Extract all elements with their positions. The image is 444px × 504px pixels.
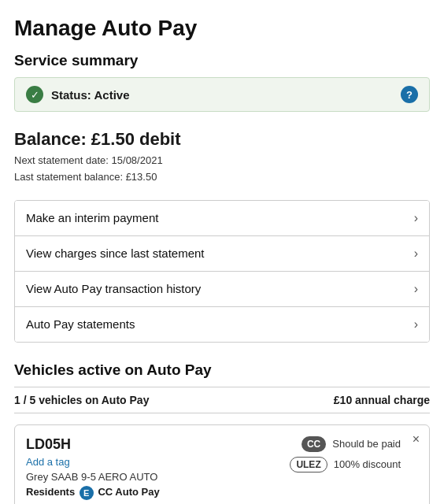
menu-item-view-charges[interactable]: View charges since last statement › xyxy=(15,236,429,272)
menu-item-statements[interactable]: Auto Pay statements › xyxy=(15,307,429,342)
last-statement-balance: Last statement balance: £13.50 xyxy=(14,169,430,186)
menu-list: Make an interim payment › View charges s… xyxy=(14,200,430,343)
menu-item-label: Make an interim payment xyxy=(26,211,158,224)
help-icon[interactable]: ? xyxy=(401,86,418,103)
menu-item-label: Auto Pay statements xyxy=(26,317,135,331)
chevron-right-icon: › xyxy=(414,317,418,332)
status-bar: ✓ Status: Active ? xyxy=(14,77,430,112)
menu-item-transaction-history[interactable]: View Auto Pay transaction history › xyxy=(15,272,429,307)
vehicles-annual-charge: £10 annual charge xyxy=(334,394,430,406)
check-icon: ✓ xyxy=(26,86,43,103)
cc-status: Should be paid xyxy=(332,438,401,450)
chevron-right-icon: › xyxy=(414,246,418,261)
cc-badge-row: CC Should be paid xyxy=(302,436,401,452)
add-tag-link[interactable]: Add a tag xyxy=(26,456,70,468)
vehicle-description: Grey SAAB 9-5 AERO AUTO xyxy=(26,471,418,483)
next-statement-date: Next statement date: 15/08/2021 xyxy=(14,153,430,169)
menu-item-label: View charges since last statement xyxy=(26,246,205,260)
cc-badge: CC xyxy=(302,436,326,452)
page-title: Manage Auto Pay xyxy=(14,16,430,41)
ulez-badge-row: ULEZ 100% discount xyxy=(290,457,401,472)
vehicle-type: Residents E CC Auto Pay xyxy=(26,486,418,500)
vehicle-badges: CC Should be paid ULEZ 100% discount xyxy=(290,436,401,472)
vehicles-heading: Vehicles active on Auto Pay xyxy=(14,361,430,379)
chevron-right-icon: › xyxy=(414,211,418,225)
vehicle-card: × CC Should be paid ULEZ 100% discount L… xyxy=(14,424,430,504)
ulez-badge: ULEZ xyxy=(290,457,327,472)
chevron-right-icon: › xyxy=(414,282,418,296)
ulez-status: 100% discount xyxy=(334,458,401,470)
status-text: Status: Active xyxy=(51,88,130,102)
menu-item-label: View Auto Pay transaction history xyxy=(26,282,201,295)
close-icon[interactable]: × xyxy=(413,433,420,446)
status-left: ✓ Status: Active xyxy=(26,86,130,103)
vehicles-section: Vehicles active on Auto Pay 1 / 5 vehicl… xyxy=(14,361,430,504)
e-icon: E xyxy=(80,486,94,500)
vehicles-count: 1 / 5 vehicles on Auto Pay xyxy=(14,394,149,406)
service-summary-heading: Service summary xyxy=(14,52,430,69)
balance-section: Balance: £1.50 debit Next statement date… xyxy=(14,129,430,186)
balance-title: Balance: £1.50 debit xyxy=(14,129,430,150)
balance-meta: Next statement date: 15/08/2021 Last sta… xyxy=(14,153,430,186)
menu-item-interim-payment[interactable]: Make an interim payment › xyxy=(15,201,429,236)
vehicles-header: 1 / 5 vehicles on Auto Pay £10 annual ch… xyxy=(14,387,430,413)
service-summary-section: Service summary ✓ Status: Active ? xyxy=(14,52,430,112)
